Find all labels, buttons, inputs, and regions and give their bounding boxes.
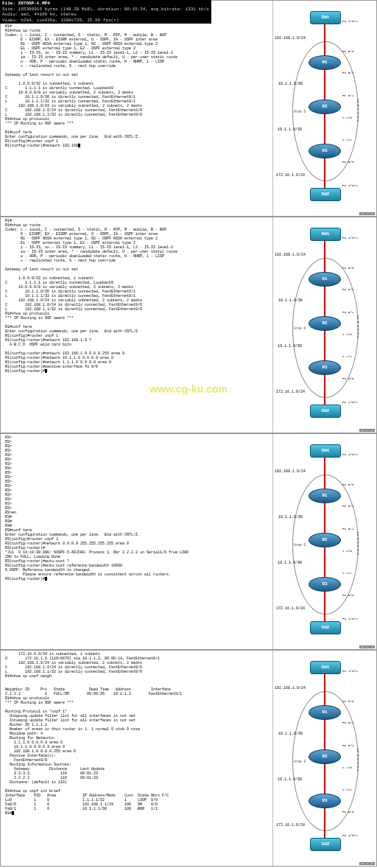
router-r3: R3: [309, 360, 341, 375]
media-video: Video: h264, yuv420p, 1280x720, 25.00 fp…: [2, 18, 209, 24]
switch-sw2: SW2: [310, 621, 341, 634]
switch-sw2: SW2: [310, 188, 341, 201]
media-audio: Audio: aac, 44100 Hz, stereo: [2, 12, 209, 18]
router-r1: R1: [309, 272, 341, 287]
thumbnail-pane-2: R1# R1#show ip route Codes: L - local, C…: [0, 217, 377, 433]
media-file: File: 207OSP~1.MP4: [2, 1, 209, 7]
thumbnail-pane-4: 172.16.0.0/24 is subnetted, 1 subnets O …: [0, 650, 377, 867]
switch-sw1: SW1: [310, 11, 341, 24]
area-label: Area 0: [294, 543, 306, 547]
router-r1: R1: [309, 705, 341, 720]
topology-diagram: Area 0 SW1 R1 R2 R3 SW2 Fa 1/0/1 Fa 0/0 …: [273, 217, 376, 433]
topology-diagram: Area 0 SW1 R1 R2 R3 SW2 Fa 1/0/1 Fa 0/0 …: [273, 651, 376, 866]
area-label: Area 0: [294, 110, 306, 114]
switch-sw2: SW2: [310, 405, 341, 418]
media-info-overlay: File: 207OSP~1.MP4 Size: 155399910 bytes…: [0, 0, 211, 24]
router-r3: R3: [309, 577, 341, 592]
timestamp: 00:12:15: [359, 212, 375, 215]
area-label: Area 0: [294, 326, 306, 331]
switch-sw2: SW2: [310, 838, 341, 851]
media-size: Size: 155399910 bytes (148.20 MiB), dura…: [2, 7, 209, 13]
terminal-output[interactable]: R3> R3> R3> R3> R3> R3> R3> R3> R3> R3> …: [1, 434, 273, 649]
timestamp: 00:12:15: [359, 862, 375, 865]
router-r3: R3: [309, 794, 341, 808]
terminal-output[interactable]: R1# R1# R1# R1# R1# R1# R1#show ip route…: [1, 1, 273, 216]
switch-sw1: SW1: [310, 661, 341, 674]
switch-sw1: SW1: [310, 228, 341, 241]
timestamp: 00:12:15: [359, 645, 375, 648]
timestamp: 00:12:15: [359, 429, 375, 432]
thumbnail-pane-1: R1# R1# R1# R1# R1# R1# R1#show ip route…: [0, 0, 377, 217]
router-r2: R2: [309, 533, 341, 547]
area-label: Area 0: [294, 760, 306, 764]
switch-sw1: SW1: [310, 444, 341, 458]
topology-diagram: Area 0 SW1 R1 R2 R3 SW2 Fa 1/0/1 Fa 0/0 …: [273, 1, 376, 216]
terminal-output[interactable]: 172.16.0.0/24 is subnetted, 1 subnets O …: [1, 651, 273, 866]
topology-diagram: Area 0 SW1 R1 R2 R3 SW2 Fa 1/0/1 Fa 0/0 …: [273, 434, 376, 649]
router-r2: R2: [309, 749, 341, 764]
thumbnail-pane-3: R3> R3> R3> R3> R3> R3> R3> R3> R3> R3> …: [0, 433, 377, 650]
router-r3: R3: [309, 144, 341, 158]
router-r2: R2: [309, 316, 341, 331]
router-r1: R1: [309, 55, 341, 70]
router-r1: R1: [309, 489, 341, 503]
router-r2: R2: [309, 99, 341, 114]
terminal-output[interactable]: R1# R1#show ip route Codes: L - local, C…: [1, 217, 273, 433]
